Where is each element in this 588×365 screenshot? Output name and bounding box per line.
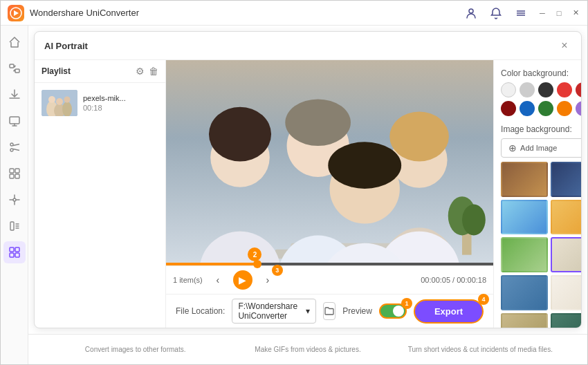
playlist-header: Playlist ⚙ 🗑 (35, 60, 165, 83)
color-swatch-blue[interactable] (520, 101, 535, 116)
sidebar-item-home[interactable] (3, 31, 26, 53)
image-thumbnail-grid (501, 162, 581, 328)
controls-bar: 1 item(s) ‹ ▶ › 3 00:00:05 / 00:00:18 (166, 265, 493, 294)
add-image-label: Add Image (520, 144, 557, 152)
image-thumb-6[interactable] (551, 237, 581, 272)
thumbnail-image (42, 90, 77, 116)
image-thumb-5[interactable] (501, 237, 548, 272)
svg-point-14 (13, 198, 16, 201)
image-thumb-3[interactable] (501, 200, 548, 235)
sidebar-item-toolbox[interactable] (3, 241, 26, 263)
svg-rect-16 (10, 247, 14, 252)
image-thumb-1[interactable] (501, 162, 548, 197)
menu-icon[interactable] (511, 3, 531, 23)
sidebar-item-screen[interactable] (3, 110, 26, 132)
image-thumb-4[interactable] (551, 200, 581, 235)
time-display: 00:00:05 / 00:00:18 (421, 276, 486, 284)
color-grid (501, 82, 581, 116)
svg-rect-18 (10, 253, 14, 257)
file-location-path: F:\Wondershare UniConverter (238, 301, 303, 321)
dialog-header: AI Portrait × (35, 32, 581, 60)
color-swatch-lightgray[interactable] (520, 82, 535, 97)
sidebar-item-scissors[interactable] (3, 136, 26, 158)
progress-bar[interactable]: 2 (166, 263, 493, 265)
feature-bar: Convert images to other formats. Make GI… (28, 334, 587, 364)
maximize-button[interactable]: □ (554, 8, 564, 18)
svg-rect-11 (15, 169, 19, 173)
image-thumb-2[interactable] (551, 162, 581, 197)
prev-button[interactable]: ‹ (208, 270, 228, 290)
color-swatch-darkred[interactable] (501, 101, 516, 116)
user-icon[interactable] (461, 3, 481, 23)
svg-point-8 (10, 143, 13, 146)
svg-point-1 (469, 9, 473, 13)
playlist-settings-icon[interactable]: ⚙ (136, 66, 145, 77)
image-thumb-7[interactable] (501, 275, 548, 310)
color-swatch-purple[interactable] (576, 101, 581, 116)
color-swatch-black[interactable] (538, 82, 553, 97)
image-thumb-8[interactable] (551, 275, 581, 310)
app-window: Wondershare UniConverter ─ □ ✕ (0, 0, 588, 365)
color-swatch-green[interactable] (538, 101, 553, 116)
preview-step-badge: 1 (401, 298, 412, 309)
playlist-thumbnail (42, 90, 77, 116)
dialog-close-button[interactable]: × (558, 39, 571, 53)
svg-rect-6 (15, 69, 19, 73)
sidebar-item-download[interactable] (3, 84, 26, 106)
color-bg-section: Color background: (501, 68, 581, 116)
add-image-button[interactable]: ⊕ Add Image (501, 138, 581, 158)
minimize-button[interactable]: ─ (538, 8, 547, 18)
playlist-item-info: pexels-mik... 00:18 (83, 94, 158, 112)
export-button[interactable]: Export (414, 299, 484, 324)
sidebar-item-compress[interactable] (3, 189, 26, 211)
bottom-bar: File Location: F:\Wondershare UniConvert… (166, 294, 493, 328)
progress-fill (166, 263, 257, 265)
sidebar-item-merge[interactable] (3, 162, 26, 185)
dropdown-chevron-icon: ▾ (306, 306, 310, 316)
video-preview (166, 60, 493, 263)
image-thumb-10[interactable] (551, 313, 581, 328)
playlist-items: pexels-mik... 00:18 (35, 83, 165, 328)
color-swatch-white[interactable] (501, 82, 516, 97)
playlist-item-name: pexels-mik... (83, 94, 158, 102)
video-area: 2 1 item(s) ‹ ▶ › 3 00:00:0 (166, 60, 493, 328)
notification-icon[interactable] (486, 3, 506, 23)
svg-point-25 (56, 98, 63, 105)
sidebar-item-convert[interactable] (3, 57, 26, 79)
svg-rect-12 (10, 174, 14, 178)
color-bg-label: Color background: (501, 68, 581, 78)
app-title: Wondershare UniConverter (30, 8, 461, 18)
next-step-badge: 3 (272, 265, 283, 276)
svg-rect-10 (10, 169, 14, 173)
playlist-header-icons: ⚙ 🗑 (136, 66, 158, 77)
color-swatch-deepred[interactable] (576, 82, 581, 97)
dialog-title: AI Portrait (44, 41, 558, 51)
svg-point-23 (62, 102, 72, 116)
svg-rect-13 (15, 174, 19, 178)
preview-toggle-container: 1 (379, 303, 407, 319)
color-swatch-orange[interactable] (557, 101, 572, 116)
playlist-item[interactable]: pexels-mik... 00:18 (39, 87, 161, 119)
sidebar-item-transfer[interactable] (3, 215, 26, 237)
next-button[interactable]: › 3 (258, 270, 277, 290)
svg-point-26 (64, 97, 71, 103)
playlist-title: Playlist (42, 66, 136, 76)
right-panel: Color background: (493, 60, 581, 328)
playlist-delete-icon[interactable]: 🗑 (149, 66, 158, 77)
play-button[interactable]: ▶ (233, 270, 252, 290)
export-area: Export 4 (414, 299, 484, 324)
svg-rect-17 (15, 247, 19, 252)
dialog-body: Playlist ⚙ 🗑 (35, 60, 581, 328)
color-swatch-red[interactable] (557, 82, 572, 97)
playlist-item-duration: 00:18 (83, 104, 158, 112)
close-button[interactable]: ✕ (571, 8, 580, 18)
svg-point-39 (328, 142, 401, 189)
image-bg-label: Image background: (501, 124, 581, 134)
image-thumb-9[interactable] (501, 313, 548, 328)
file-location-select[interactable]: F:\Wondershare UniConverter ▾ (232, 299, 316, 324)
svg-rect-7 (10, 117, 19, 124)
svg-point-36 (285, 99, 351, 146)
folder-button[interactable] (323, 302, 336, 320)
svg-rect-5 (10, 64, 14, 68)
svg-point-30 (209, 107, 271, 162)
